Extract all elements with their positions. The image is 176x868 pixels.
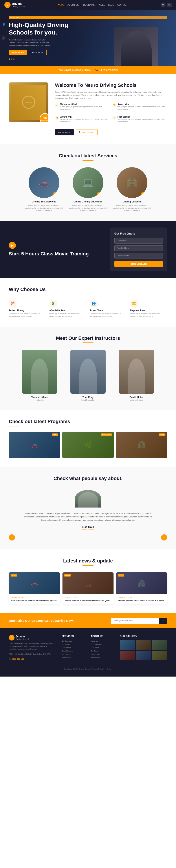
footer-service-item-1[interactable]: Our Services bbox=[62, 640, 85, 642]
instructor-role-3: Lead Instructor bbox=[114, 399, 158, 401]
phone-input[interactable] bbox=[114, 253, 163, 258]
gallery-item-1[interactable] bbox=[120, 640, 135, 650]
testimonial-image bbox=[75, 490, 101, 507]
programs-section: Check out latest Programs 🚗 NEW 🌿 POPULA… bbox=[0, 410, 176, 467]
footer-about-item-5[interactable]: Latest News bbox=[91, 653, 114, 655]
why-title-4: Payment Plan bbox=[130, 309, 167, 312]
why-grid: ⏰ Perfect Timing Lorem ipsum dolor sit a… bbox=[9, 300, 167, 318]
footer-about-item-1[interactable]: About Us bbox=[91, 640, 114, 642]
program-card-1[interactable]: 🚗 NEW bbox=[9, 432, 60, 458]
program-card-3[interactable]: 🛣️ HOT bbox=[116, 432, 167, 458]
footer-copyright: Copyrights @2021 Driving Schools. Privac… bbox=[9, 668, 167, 670]
news-card-1[interactable]: BLOG 🚗 January 22, 2021 How to become a … bbox=[9, 572, 60, 604]
fee-icon: 💲 bbox=[49, 300, 57, 308]
training-left: ▶ Start 5 Hours Class Movie Training bbox=[9, 242, 104, 257]
hero-dot-3[interactable] bbox=[13, 59, 14, 60]
search-icon[interactable]: 🔍 bbox=[161, 3, 166, 7]
news-date-1: January 22, 2021 bbox=[11, 596, 58, 598]
news-card-2[interactable]: BLOG 🏎️ January 22, 2021 How to become a… bbox=[62, 572, 114, 604]
welcome-image-inner bbox=[11, 85, 46, 120]
footer-phone[interactable]: 📞 (888-233-100 bbox=[9, 658, 56, 660]
why-title: Why Choose Us bbox=[9, 287, 167, 292]
first-name-field[interactable] bbox=[114, 238, 163, 244]
fast-text: Fast Service We give you true and accura… bbox=[117, 116, 167, 126]
nav-link-contact[interactable]: CONTACT bbox=[117, 4, 128, 6]
program-card-2[interactable]: 🌿 POPULAR bbox=[62, 432, 114, 458]
footer-about-item-2[interactable]: Our Company bbox=[91, 643, 114, 645]
footer-service-item-3[interactable]: Our Service bbox=[62, 647, 85, 649]
hero-person-bg bbox=[114, 27, 158, 66]
footer-gallery-col: OUR GALLERY bbox=[120, 635, 167, 660]
hero-dot-2[interactable] bbox=[11, 59, 12, 60]
gallery-item-4[interactable] bbox=[120, 651, 135, 660]
cart-icon[interactable]: 🛒 bbox=[167, 3, 172, 7]
testimonial-person-shape bbox=[78, 492, 98, 507]
subscribe-title: Don't Miss Our Updates Get Subscribe Now… bbox=[9, 619, 74, 622]
badge-sub: Happy Clients bbox=[41, 120, 49, 121]
footer-service-item-6[interactable]: Appointment bbox=[62, 656, 85, 658]
footer-logo-text: Driveto bbox=[16, 635, 29, 638]
footer-service-item-5[interactable]: Our Service bbox=[62, 653, 85, 655]
gallery-item-2[interactable] bbox=[136, 640, 151, 650]
footer-service-item-4[interactable]: Case Planning bbox=[62, 650, 85, 652]
footer-description: Client often forgets help clients comple… bbox=[9, 642, 56, 651]
first-name-input[interactable] bbox=[114, 238, 163, 244]
instructor-role-2: Lead Instructor bbox=[66, 399, 110, 401]
hero-read-more-button[interactable]: READ MORE bbox=[9, 50, 27, 55]
email-input[interactable] bbox=[114, 245, 163, 251]
nav-link-home[interactable]: HOME bbox=[58, 3, 64, 6]
gallery-item-5[interactable] bbox=[136, 651, 151, 660]
phone-field[interactable] bbox=[114, 253, 163, 258]
testimonial-text: Lorem dolor sit amet consectetur adipisc… bbox=[22, 512, 154, 522]
email-field[interactable] bbox=[114, 245, 163, 251]
hero-prev-arrow[interactable]: ‹ bbox=[2, 36, 5, 40]
programs-grid: 🚗 NEW 🌿 POPULAR 🛣️ HOT bbox=[9, 432, 167, 458]
subscribe-email-input[interactable] bbox=[111, 618, 159, 624]
testimonial-prev-button[interactable]: ‹ bbox=[9, 534, 15, 540]
news-date-2: January 22, 2021 bbox=[65, 596, 111, 598]
footer-about-item-4[interactable]: Our Team bbox=[91, 650, 114, 652]
news-card-3[interactable]: BLOG 🛣️ January 22, 2021 How to become a… bbox=[116, 572, 167, 604]
service-image-2: 2 💻 bbox=[72, 167, 104, 198]
instructor-image-3 bbox=[119, 350, 154, 394]
gallery-item-3[interactable] bbox=[152, 640, 167, 650]
subscribe-button[interactable]: → bbox=[159, 618, 167, 624]
nav-link-pages[interactable]: PAGES bbox=[98, 4, 105, 6]
hero-book-now-button[interactable]: BOOK NOW bbox=[29, 50, 47, 55]
training-form: Get Free Quote SEND MESSAGE bbox=[110, 227, 167, 271]
nav-link-about[interactable]: ABOUT US bbox=[67, 4, 79, 6]
free-bar: Your Driving Lessons for FREE 📞 +1 855 7… bbox=[0, 66, 176, 74]
service-title-1: Driving Test Services bbox=[24, 200, 64, 203]
instructor-name-2: Tom Rory bbox=[66, 396, 110, 399]
instructors-title: Meet Our Expert Instructors bbox=[9, 335, 167, 341]
service-image-1: 1 🚗 bbox=[29, 167, 59, 198]
footer-about-item-3[interactable]: Our Works bbox=[91, 647, 114, 649]
why-desc-3: Lorem ipsum dolor sit amet consectetur a… bbox=[90, 313, 127, 318]
footer-gallery-grid bbox=[120, 640, 167, 660]
footer-service-item-2[interactable]: Our Works bbox=[62, 643, 85, 645]
testimonial-arrows: ‹ › bbox=[9, 534, 167, 540]
service-title-2: Online Driving Education bbox=[68, 200, 108, 203]
know-more-button[interactable]: KNOW MORE bbox=[55, 129, 74, 135]
welcome-content: Welcome To Neuro Driving Schools Since 1… bbox=[55, 83, 167, 135]
nav-logo[interactable]: D Driveto Driving School bbox=[4, 2, 25, 8]
testimonial-name: Elsa Gold bbox=[9, 526, 167, 529]
testimonial-next-button[interactable]: › bbox=[161, 534, 167, 540]
nav-link-programs[interactable]: PROGRAMS bbox=[82, 4, 95, 6]
fast-icon: ⚡ bbox=[112, 116, 116, 120]
footer-about-item-6[interactable]: Appointment bbox=[91, 656, 114, 658]
hero-dot-1[interactable] bbox=[9, 59, 10, 60]
certified-icon: ✓ bbox=[55, 103, 59, 107]
phone-button[interactable]: 📞 000 000 7777 bbox=[76, 129, 98, 135]
service-num-2: 2 bbox=[97, 192, 102, 197]
gallery-item-6[interactable] bbox=[152, 651, 167, 660]
send-message-button[interactable]: SEND MESSAGE bbox=[114, 261, 163, 267]
service-card-2: 2 💻 Online Driving Education Lorem ipsum… bbox=[68, 167, 108, 212]
nav-link-blog[interactable]: BLOG bbox=[108, 4, 114, 6]
training-title: Start 5 Hours Class Movie Training bbox=[9, 251, 104, 257]
why-desc-4: Lorem ipsum dolor sit amet consectetur a… bbox=[130, 313, 167, 318]
service-desc-3: Lorem ipsum dolor sit amet, consectetur … bbox=[112, 204, 152, 212]
footer-logo: D Driveto Driving School bbox=[9, 635, 56, 641]
news-image-1: BLOG 🚗 bbox=[9, 572, 60, 594]
free-bar-phone[interactable]: 📞 +1 855 789-5789 bbox=[95, 69, 118, 71]
